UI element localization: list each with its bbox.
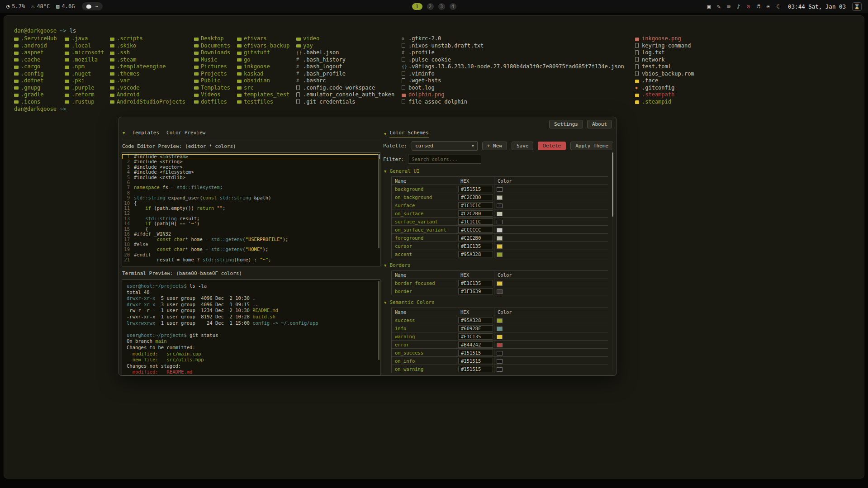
section-header-semantic-colors[interactable]: ▼Semantic Colors bbox=[384, 299, 608, 305]
column-header: Name bbox=[392, 271, 457, 279]
json-icon: {} bbox=[296, 49, 303, 56]
folder-icon bbox=[14, 63, 21, 70]
hex-value-input[interactable]: #C2C2B0 bbox=[458, 194, 493, 200]
color-swatch[interactable] bbox=[497, 351, 503, 355]
color-swatch[interactable] bbox=[497, 236, 503, 241]
workspace-3[interactable]: 3 bbox=[438, 3, 445, 10]
night-light-icon[interactable]: ☾ bbox=[776, 3, 780, 10]
color-schemes-header[interactable]: ▼ Color Schemes bbox=[383, 129, 430, 137]
about-button[interactable]: About bbox=[587, 120, 612, 128]
color-swatch[interactable] bbox=[497, 359, 503, 364]
file-entry: .git-credentials bbox=[296, 98, 402, 105]
terminal-preview-scrollbar-thumb[interactable] bbox=[378, 281, 379, 360]
color-swatch[interactable] bbox=[497, 220, 503, 224]
delete-button[interactable]: Delete bbox=[538, 142, 566, 150]
code-line: 7namespace fs = std::filesystem; bbox=[122, 185, 380, 190]
apply-theme-button[interactable]: Apply Theme bbox=[570, 142, 613, 150]
hex-value-input[interactable]: #1C1C1C bbox=[458, 202, 493, 208]
hex-value-input[interactable]: #B44242 bbox=[458, 341, 493, 348]
workspace-4[interactable]: 4 bbox=[450, 3, 456, 10]
save-button[interactable]: Save bbox=[512, 142, 534, 150]
color-table: NameHEXColorsuccess#95A328info#60928Fwar… bbox=[391, 308, 608, 373]
hex-value-input[interactable]: #E1C135 bbox=[458, 280, 493, 286]
palette-select[interactable]: cursed ▼ bbox=[412, 141, 478, 151]
color-swatch[interactable] bbox=[497, 228, 503, 232]
terminal-line: -rwxr-xr-x 1 user group 8192 Dec 2 10:28… bbox=[127, 314, 375, 320]
section-header-borders[interactable]: ▼Borders bbox=[384, 262, 608, 268]
bell-icon[interactable]: ♪ bbox=[737, 3, 740, 10]
color-swatch[interactable] bbox=[497, 252, 503, 257]
new-palette-button[interactable]: + New bbox=[482, 142, 507, 150]
workspace-1[interactable]: 1 bbox=[412, 3, 422, 10]
keyboard-icon[interactable]: ⌨ bbox=[727, 3, 730, 10]
workspace-badge[interactable]: ~ bbox=[82, 2, 102, 10]
screencast-icon[interactable]: ▣ bbox=[707, 3, 711, 10]
file-entry: .rustup bbox=[65, 98, 110, 105]
filter-input[interactable] bbox=[408, 155, 481, 164]
terminal-line: Changes to be committed: bbox=[127, 345, 375, 351]
hourglass-icon[interactable]: ⌛ bbox=[852, 2, 862, 11]
hex-value-input[interactable]: #1C1C1C bbox=[458, 218, 493, 225]
hex-value-input[interactable]: #3F3639 bbox=[458, 288, 493, 294]
terminal-line: drwxr-xr-x 3 user group 4096 Dec 1 09:15… bbox=[127, 302, 375, 308]
code-line: 17 const char* home = std::getenv("USERP… bbox=[122, 237, 380, 242]
line-number: 21 bbox=[122, 257, 134, 262]
brightness-icon[interactable]: ☀ bbox=[766, 3, 770, 10]
editor-scrollbar[interactable] bbox=[378, 154, 379, 265]
color-swatch[interactable] bbox=[497, 367, 503, 372]
tab-color-preview[interactable]: Color Preview bbox=[166, 130, 205, 136]
hex-value-input[interactable]: #60928F bbox=[458, 325, 493, 332]
terminal-preview-label: Terminal Preview: (base00-base0F colors) bbox=[122, 270, 380, 276]
color-swatch[interactable] bbox=[497, 327, 503, 331]
color-swatch[interactable] bbox=[497, 289, 503, 294]
section-header-general-ui[interactable]: ▼General UI bbox=[384, 168, 608, 174]
cpu-usage: ◔5.7% bbox=[6, 3, 25, 9]
color-swatch[interactable] bbox=[497, 187, 503, 192]
workspace-2[interactable]: 2 bbox=[427, 3, 434, 10]
file-column: .scripts.skiko.ssh.steam.templateengine.… bbox=[110, 35, 194, 105]
color-swatch[interactable] bbox=[497, 281, 503, 286]
hex-value-input[interactable]: #151515 bbox=[458, 366, 493, 372]
hex-value-input[interactable]: #151515 bbox=[458, 350, 493, 356]
color-picker-icon[interactable]: ✎ bbox=[717, 3, 721, 10]
file-entry: Public bbox=[194, 77, 237, 85]
terminal-preview-scrollbar[interactable] bbox=[378, 281, 379, 374]
folder-icon bbox=[14, 98, 21, 105]
hex-value-input[interactable]: #CCCCCC bbox=[458, 227, 493, 233]
collapse-triangle-icon[interactable]: ▼ bbox=[123, 131, 125, 135]
tab-templates[interactable]: Templates bbox=[132, 130, 159, 136]
folder-icon bbox=[14, 84, 21, 91]
color-swatch[interactable] bbox=[497, 318, 503, 323]
mic-muted-icon[interactable]: ⊘ bbox=[747, 3, 750, 10]
hex-value-input[interactable]: #151515 bbox=[458, 186, 493, 192]
color-table: NameHEXColorbackground#151515on_backgrou… bbox=[391, 176, 608, 258]
editor-scrollbar-thumb[interactable] bbox=[378, 154, 379, 248]
file-entry: log.txt bbox=[635, 49, 703, 57]
file-icon bbox=[402, 42, 408, 49]
terminal-line bbox=[127, 326, 375, 332]
clock: 03:44 Sat, Jan 03 bbox=[788, 3, 846, 10]
color-swatch[interactable] bbox=[497, 204, 503, 208]
hex-value-input[interactable]: #E1C135 bbox=[458, 243, 493, 249]
scrollbar-thumb[interactable] bbox=[612, 152, 613, 217]
color-swatch[interactable] bbox=[497, 244, 503, 249]
file-icon bbox=[296, 98, 303, 105]
hex-value-input[interactable]: #C2C2B0 bbox=[458, 210, 493, 217]
hex-value-input[interactable]: #151515 bbox=[458, 358, 493, 364]
scrollbar-track[interactable] bbox=[612, 142, 613, 371]
hex-value-input[interactable]: #C2C2B0 bbox=[458, 235, 493, 241]
folder-icon bbox=[14, 56, 21, 63]
color-swatch[interactable] bbox=[497, 343, 503, 347]
image-icon bbox=[635, 35, 642, 42]
folder-icon bbox=[194, 56, 201, 63]
color-swatch[interactable] bbox=[497, 335, 503, 339]
color-swatch[interactable] bbox=[497, 212, 503, 216]
settings-button[interactable]: Settings bbox=[549, 120, 583, 128]
volume-icon[interactable]: ♬ bbox=[757, 3, 760, 10]
palette-row: Palette: cursed ▼ + New Save Delete Appl… bbox=[383, 141, 613, 151]
hex-value-input[interactable]: #95A328 bbox=[458, 317, 493, 323]
file-entry: .config bbox=[14, 70, 65, 77]
hex-value-input[interactable]: #95A328 bbox=[458, 251, 493, 257]
color-swatch[interactable] bbox=[497, 195, 503, 200]
hex-value-input[interactable]: #E1C135 bbox=[458, 333, 493, 340]
